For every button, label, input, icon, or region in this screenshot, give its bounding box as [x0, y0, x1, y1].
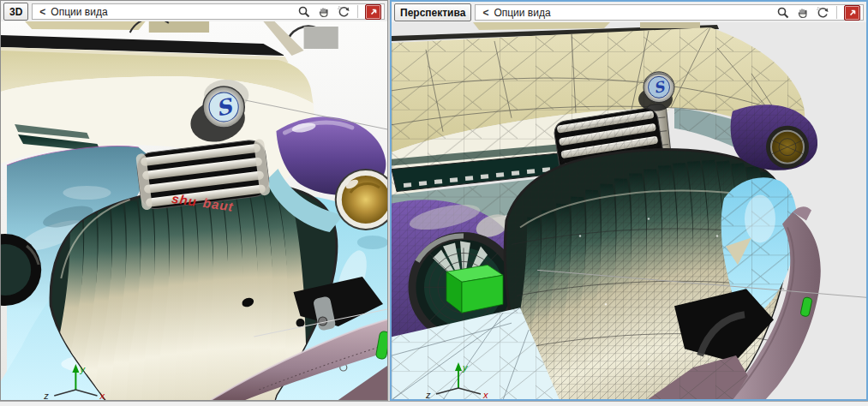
- axis-z-label: z: [43, 391, 49, 400]
- viewport-3d-canvas[interactable]: S shu baut y z x: [1, 21, 387, 400]
- view-options-label[interactable]: Опции вида: [494, 7, 550, 19]
- toolbar-divider: [357, 5, 358, 18]
- maximize-viewport-icon[interactable]: [844, 5, 860, 21]
- collapse-chevron-icon[interactable]: <: [482, 6, 488, 19]
- axis-x-label: x: [99, 391, 105, 400]
- view-mode-button[interactable]: Перспектива: [394, 3, 471, 21]
- viewport-perspective-canvas[interactable]: S: [392, 22, 866, 399]
- orbit-tool-icon[interactable]: [815, 5, 829, 20]
- axis-x-label: x: [482, 390, 488, 399]
- viewport-perspective[interactable]: Перспектива < Опции вида: [390, 0, 868, 401]
- orbit-tool-icon[interactable]: [336, 4, 350, 19]
- selected-face-cube[interactable]: [446, 265, 503, 313]
- pan-tool-icon[interactable]: [795, 5, 810, 20]
- bottom-panel-edge: [0, 401, 868, 406]
- zoom-tool-icon[interactable]: [775, 5, 790, 20]
- view-mode-button[interactable]: 3D: [3, 3, 28, 21]
- zoom-tool-icon[interactable]: [296, 4, 311, 19]
- right-headlight-wireframe: [766, 126, 809, 169]
- pan-tool-icon[interactable]: [316, 4, 331, 19]
- collapse-chevron-icon[interactable]: <: [39, 5, 45, 18]
- viewport-3d[interactable]: 3D < Опции вида: [0, 0, 388, 401]
- toolbar-divider: [836, 6, 837, 19]
- viewport-perspective-header: Перспектива < Опции вида: [392, 2, 866, 22]
- view-options-label[interactable]: Опции вида: [51, 6, 107, 18]
- view-options-bar[interactable]: < Опции вида: [475, 4, 864, 21]
- viewport-3d-header: 3D < Опции вида: [1, 1, 387, 21]
- axis-z-label: z: [425, 390, 431, 399]
- maximize-viewport-icon[interactable]: [365, 4, 381, 20]
- view-options-bar[interactable]: < Опции вида: [32, 3, 385, 20]
